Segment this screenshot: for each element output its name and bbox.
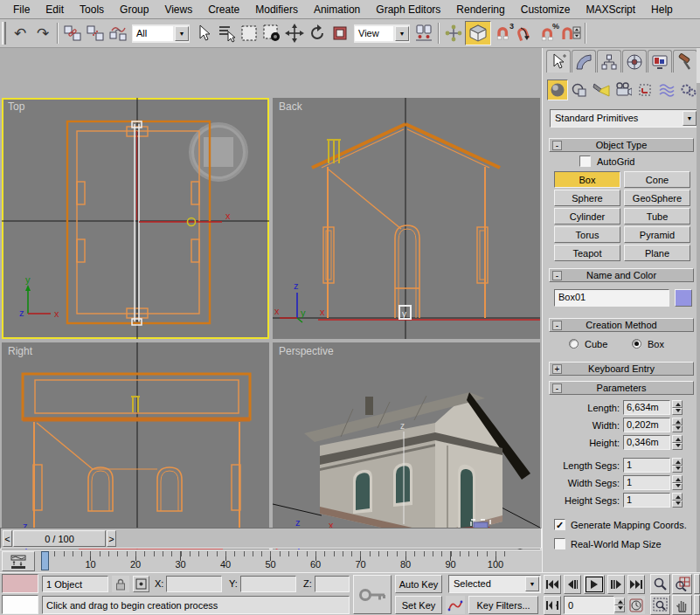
menu-file[interactable]: File [5, 2, 38, 17]
category-helpers-icon[interactable] [634, 79, 655, 100]
menu-rendering[interactable]: Rendering [448, 2, 512, 17]
selection-filter-dropdown[interactable]: All ▼ [132, 24, 190, 43]
object-button-cone[interactable]: Cone [624, 171, 690, 188]
default-in-out-tangents-icon[interactable] [446, 596, 465, 614]
undo-icon[interactable]: ↶ [9, 22, 31, 45]
maxscript-mini-listener-pink[interactable] [2, 574, 38, 593]
key-mode-toggle-icon[interactable] [544, 596, 561, 615]
collapse-icon[interactable]: - [552, 384, 562, 393]
object-button-cylinder[interactable]: Cylinder [554, 208, 620, 225]
time-configuration-icon[interactable] [627, 596, 645, 614]
object-button-plane[interactable]: Plane [624, 245, 690, 261]
menu-tools[interactable]: Tools [72, 2, 112, 17]
menu-group[interactable]: Group [112, 2, 156, 17]
object-button-tube[interactable]: Tube [624, 208, 690, 225]
arc-rotate-icon[interactable] [694, 595, 700, 615]
select-and-link-icon[interactable] [61, 22, 84, 45]
category-shapes-icon[interactable] [569, 79, 590, 100]
expand-icon[interactable]: + [552, 364, 562, 374]
time-slider-next-button[interactable]: > [107, 530, 116, 547]
tab-modify[interactable] [572, 50, 596, 73]
tab-hierarchy[interactable] [597, 50, 621, 73]
percent-snap-icon[interactable]: % [537, 22, 559, 45]
panel-scrollbar[interactable] [697, 48, 700, 572]
bind-to-space-warp-icon[interactable] [107, 22, 129, 45]
x-coord-field[interactable] [166, 576, 222, 592]
object-button-sphere[interactable]: Sphere [554, 190, 620, 206]
zoom-all-icon[interactable] [672, 574, 692, 594]
rollout-parameters[interactable]: - Parameters [549, 381, 694, 395]
menu-views[interactable]: Views [156, 2, 200, 17]
unlink-selection-icon[interactable] [84, 22, 107, 45]
object-button-geosphere[interactable]: GeoSphere [624, 190, 690, 206]
rollout-name-and-color[interactable]: - Name and Color [549, 268, 694, 282]
maxscript-mini-listener-white[interactable] [2, 595, 38, 614]
track-bar-ruler[interactable]: 0 10 20 30 40 50 60 70 80 90 100 [37, 551, 526, 572]
category-cameras-icon[interactable] [613, 79, 634, 100]
menu-animation[interactable]: Animation [306, 2, 368, 17]
collapse-icon[interactable]: - [552, 141, 562, 150]
dropdown-arrow-icon[interactable]: ▼ [395, 26, 409, 41]
rollout-object-type[interactable]: - Object Type [549, 138, 694, 152]
zoom-icon[interactable] [650, 574, 670, 594]
width-spinner[interactable] [672, 418, 683, 432]
length-field[interactable]: 6,634m [623, 400, 670, 415]
set-keys-button[interactable] [353, 575, 392, 614]
pan-view-icon[interactable] [672, 595, 692, 615]
set-key-button[interactable]: Set Key [395, 596, 442, 614]
menu-help[interactable]: Help [643, 2, 681, 17]
height-segs-spinner[interactable] [672, 493, 683, 508]
selection-lock-icon[interactable] [112, 576, 129, 592]
object-name-input[interactable]: Box01 [554, 289, 669, 307]
tab-utilities[interactable] [673, 50, 697, 73]
dropdown-arrow-icon[interactable]: ▼ [525, 577, 539, 591]
menu-create[interactable]: Create [200, 2, 247, 17]
tab-display[interactable] [648, 50, 672, 73]
dropdown-arrow-icon[interactable]: ▼ [175, 26, 189, 41]
creation-method-box-radio[interactable] [632, 339, 641, 349]
generate-mapping-checkbox[interactable]: ✓ [554, 519, 565, 530]
viewport-back[interactable]: x y z x y Back [273, 98, 540, 339]
object-button-torus[interactable]: Torus [554, 226, 620, 243]
rectangular-selection-region-icon[interactable] [238, 22, 260, 45]
toolbar-grip[interactable] [2, 22, 6, 45]
select-and-scale-icon[interactable] [329, 22, 351, 45]
absolute-offset-toggle-icon[interactable] [133, 576, 149, 592]
zoom-extents-icon[interactable] [694, 574, 700, 594]
tab-motion[interactable] [622, 50, 647, 73]
height-field[interactable]: 0,346m [623, 435, 670, 450]
use-pivot-point-center-icon[interactable] [412, 22, 435, 45]
redo-icon[interactable]: ↷ [31, 22, 54, 45]
select-object-icon[interactable] [192, 22, 215, 45]
zoom-region-icon[interactable] [650, 595, 670, 615]
spinner-snap-icon[interactable] [559, 22, 582, 45]
primitives-category-dropdown[interactable]: Standard Primitives ▼ [550, 109, 698, 128]
mini-curve-editor-icon[interactable] [2, 551, 35, 571]
z-coord-field[interactable] [315, 576, 350, 592]
select-and-rotate-icon[interactable] [306, 22, 329, 45]
rollout-creation-method[interactable]: - Creation Method [549, 318, 694, 332]
angle-snap-icon[interactable] [514, 22, 537, 45]
autogrid-checkbox[interactable] [579, 155, 591, 167]
next-frame-icon[interactable] [607, 575, 625, 594]
collapse-icon[interactable]: - [552, 321, 562, 330]
object-color-swatch[interactable] [675, 289, 692, 307]
menu-graph-editors[interactable]: Graph Editors [368, 2, 448, 17]
length-spinner[interactable] [672, 400, 683, 415]
time-slider-handle[interactable]: 0 / 100 [13, 530, 106, 547]
key-filter-selection-dropdown[interactable]: Selected ▼ [448, 575, 541, 593]
collapse-icon[interactable]: - [552, 271, 562, 280]
object-button-box[interactable]: Box [554, 171, 620, 188]
object-button-pyramid[interactable]: Pyramid [624, 226, 690, 243]
real-world-checkbox[interactable] [554, 538, 565, 549]
viewport-top[interactable]: x y x z Top [2, 98, 269, 339]
menu-customize[interactable]: Customize [513, 2, 579, 17]
go-to-end-icon[interactable] [627, 575, 645, 594]
height-spinner[interactable] [672, 435, 683, 450]
snaps-toggle-icon[interactable]: 3 [491, 22, 514, 45]
length-segs-field[interactable]: 1 [623, 458, 670, 473]
dropdown-arrow-icon[interactable]: ▼ [683, 111, 697, 126]
menu-edit[interactable]: Edit [38, 2, 72, 17]
snap-toggle-icon[interactable] [465, 21, 491, 45]
select-and-manipulate-icon[interactable] [442, 22, 465, 45]
